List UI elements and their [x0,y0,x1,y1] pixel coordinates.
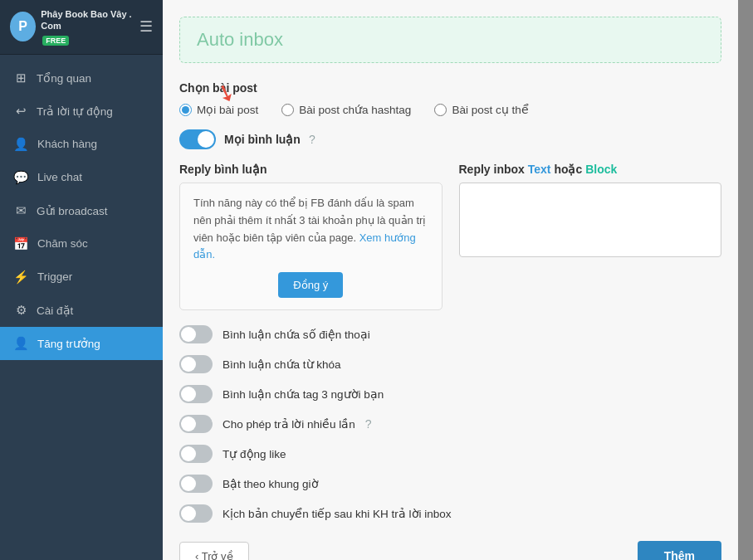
col-left: Reply bình luận Tính năng này có thể bị … [179,163,443,310]
radio-hashtag-label: Bài post chứa hashtag [299,103,411,116]
help-icon-moi-binh-luan[interactable]: ? [309,133,315,146]
toggle-tra-loi-nhieu-lan-label: Cho phép trả lời nhiều lần [222,417,355,431]
cai-dat-label: Cài đặt [37,304,73,317]
cham-soc-label: Chăm sóc [37,237,88,250]
sidebar-item-tra-loi-tu-dong[interactable]: ↩Trả lời tự động [0,95,163,128]
reply-inbox-block: Block [585,163,617,176]
reply-inbox-textarea[interactable] [459,183,722,257]
cham-soc-icon: 📅 [13,236,29,251]
tra-loi-tu-dong-label: Trả lời tự động [37,105,113,118]
khach-hang-icon: 👤 [13,137,29,152]
reply-inbox-text: Text [528,163,551,176]
sidebar: P Phây Book Bao Vây . Com FREE ☰ ⊞Tổng q… [0,0,163,560]
help-icon-tra-loi-nhieu-lan[interactable]: ? [365,417,372,431]
sidebar-item-cai-dat[interactable]: ⚙Cài đặt [0,294,163,327]
radio-bai-post-cu-the[interactable]: Bài post cụ thể [434,103,528,116]
tong-quan-icon: ⊞ [13,71,28,85]
main-content: Auto inbox Chọn bài post ➘ Mọi bài post … [163,0,738,560]
toggle-item-so-dien-thoai: Bình luận chứa số điện thoại [179,325,721,343]
toggle-tra-loi-nhieu-lan[interactable] [179,415,213,433]
tang-truong-icon: 👤 [13,336,29,351]
bottom-bar: ‹ Trở về Thêm [179,534,721,560]
tro-ve-button[interactable]: ‹ Trở về [179,542,249,560]
tra-loi-tu-dong-icon: ↩ [13,104,28,119]
khach-hang-label: Khách hàng [37,138,97,150]
hamburger-icon[interactable]: ☰ [139,17,153,36]
sidebar-item-tang-truong[interactable]: 👤Tăng trưởng [0,327,163,360]
tang-truong-label: Tăng trưởng [37,337,100,350]
warning-box: Tính năng này có thể bị FB đánh dấu là s… [179,183,443,310]
toggle-so-dien-thoai[interactable] [179,325,213,343]
sidebar-logo-area: P Phây Book Bao Vây . Com FREE [10,8,139,46]
sidebar-item-trigger[interactable]: ⚡Trigger [0,261,163,294]
sidebar-nav: ⊞Tổng quan↩Trả lời tự động👤Khách hàng💬Li… [0,55,163,560]
toggle-kich-ban-label: Kịch bản chuyển tiếp sau khi KH trả lời … [222,507,452,520]
live-chat-icon: 💬 [13,170,29,185]
toggle-tag-3-nguoi-label: Bình luận chứa tag 3 người bạn [222,387,384,401]
radio-hashtag-input[interactable] [281,104,294,116]
toggle-bat-theo-khung-gio-label: Bật theo khung giờ [222,477,319,490]
cai-dat-icon: ⚙ [13,303,28,318]
toggle-kich-ban[interactable] [179,504,213,523]
trigger-label: Trigger [37,270,72,283]
sidebar-brand: Phây Book Bao Vây . Com [41,8,139,32]
toggle-tag-3-nguoi[interactable] [179,385,213,403]
toggle-tu-dong-like[interactable] [179,445,213,463]
page-title-box: Auto inbox [179,17,721,63]
sidebar-item-live-chat[interactable]: 💬Live chat [0,161,163,194]
toggle-so-dien-thoai-label: Bình luận chứa số điện thoại [222,328,370,341]
gui-broadcast-icon: ✉ [13,203,28,218]
radio-bai-post-hashtag[interactable]: Bài post chứa hashtag [281,103,411,116]
them-button[interactable]: Thêm [638,541,721,560]
toggle-moi-binh-luan-row: Mọi bình luận ? [179,129,721,149]
tong-quan-label: Tổng quan [37,71,91,85]
toggle-item-bat-theo-khung-gio: Bật theo khung giờ [179,475,721,493]
two-col-section: Reply bình luận Tính năng này có thể bị … [179,163,721,310]
toggle-bat-theo-khung-gio[interactable] [179,475,213,493]
reply-binh-luan-label: Reply bình luận [179,163,443,176]
right-edge [738,0,753,560]
toggle-tu-dong-like-label: Tự động like [222,447,286,460]
page-title: Auto inbox [197,29,704,51]
warning-text: Tính năng này có thể bị FB đánh dấu là s… [193,195,428,264]
col-right: Reply inbox Text hoặc Block [459,163,722,310]
free-badge: FREE [42,36,69,46]
radio-cu-the-input[interactable] [434,104,447,116]
toggle-moi-binh-luan-slider [179,129,216,149]
toggle-item-tag-3-nguoi: Bình luận chứa tag 3 người bạn [179,385,721,403]
sidebar-item-gui-broadcast[interactable]: ✉Gửi broadcast [0,194,163,227]
radio-cu-the-label: Bài post cụ thể [452,103,528,116]
toggle-tu-khoa[interactable] [179,355,213,373]
toggle-tu-khoa-label: Bình luận chứa từ khóa [222,358,341,371]
radio-moi-bai-post-input[interactable] [179,104,192,116]
sidebar-item-tong-quan[interactable]: ⊞Tổng quan [0,61,163,95]
logo-icon: P [10,12,36,41]
radio-group: ➘ Mọi bài post Bài post chứa hashtag Bài… [179,103,721,116]
toggle-item-tu-khoa: Bình luận chứa từ khóa [179,355,721,373]
sidebar-header: P Phây Book Bao Vây . Com FREE ☰ [0,0,163,55]
toggle-items-list: Bình luận chứa số điện thoại Bình luận c… [179,325,721,523]
chon-bai-post-label: Chọn bài post [179,81,721,95]
toggle-item-tra-loi-nhieu-lan: Cho phép trả lời nhiều lần ? [179,415,721,433]
toggle-item-tu-dong-like: Tự động like [179,445,721,463]
toggle-moi-binh-luan[interactable] [179,129,216,149]
toggle-moi-binh-luan-label: Mọi bình luận [224,133,301,146]
live-chat-label: Live chat [37,171,82,183]
dong-y-button[interactable]: Đồng ý [278,272,343,298]
sidebar-item-khach-hang[interactable]: 👤Khách hàng [0,128,163,161]
sidebar-item-cham-soc[interactable]: 📅Chăm sóc [0,227,163,261]
gui-broadcast-label: Gửi broadcast [37,204,108,217]
reply-inbox-label: Reply inbox Text hoặc Block [459,163,722,176]
toggle-item-kich-ban: Kịch bản chuyển tiếp sau khi KH trả lời … [179,504,721,523]
trigger-icon: ⚡ [13,270,29,285]
